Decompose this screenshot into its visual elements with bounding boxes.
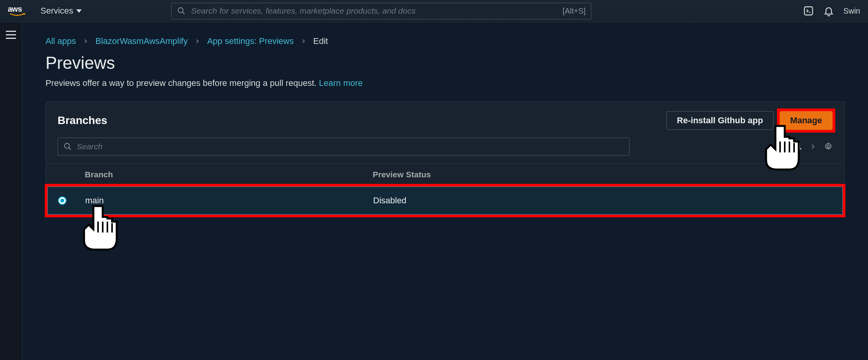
- global-search-wrap: [Alt+S]: [171, 3, 591, 19]
- reinstall-github-app-button[interactable]: Re-install Github app: [666, 111, 773, 130]
- global-topbar: aws Services [Alt+S]: [0, 0, 868, 22]
- notifications-button[interactable]: [823, 5, 834, 16]
- main-content: All apps BlazorWasmAwsAmplify App settin…: [22, 22, 868, 360]
- panel-title: Branches: [58, 114, 107, 127]
- svg-point-9: [65, 143, 70, 149]
- side-nav-collapsed: [0, 22, 22, 360]
- chevron-right-icon: [195, 38, 200, 44]
- branches-panel: Branches Re-install Github app Manage: [46, 101, 845, 217]
- search-icon: [177, 7, 186, 15]
- page-desc-text: Previews offer a way to preview changes …: [46, 78, 319, 88]
- branches-filter-input[interactable]: [77, 142, 624, 151]
- search-icon: [63, 142, 72, 151]
- page-title: Previews: [46, 53, 845, 73]
- cloudshell-icon: [803, 5, 814, 16]
- search-shortcut-hint: [Alt+S]: [563, 7, 586, 16]
- learn-more-link[interactable]: Learn more: [319, 78, 363, 88]
- breadcrumb: All apps BlazorWasmAwsAmplify App settin…: [46, 36, 845, 46]
- svg-point-1: [178, 8, 183, 13]
- breadcrumb-current: Edit: [313, 36, 328, 46]
- svg-line-2: [182, 12, 185, 14]
- cursor-pointer-icon: [760, 121, 807, 176]
- row-branch-cell: main: [85, 196, 373, 206]
- expand-nav-button[interactable]: [6, 31, 16, 39]
- services-label: Services: [40, 6, 73, 16]
- services-menu-button[interactable]: Services: [40, 6, 82, 16]
- chevron-right-icon: [83, 38, 88, 44]
- chevron-right-icon: [809, 143, 816, 150]
- panel-header: Branches Re-install Github app Manage: [46, 102, 844, 138]
- branches-filter[interactable]: [58, 138, 630, 156]
- aws-logo-icon: aws: [8, 5, 29, 17]
- account-name[interactable]: Swin: [843, 7, 860, 16]
- row-status-cell: Disabled: [373, 196, 832, 206]
- panel-actions: Re-install Github app Manage: [666, 111, 833, 130]
- row-select-radio[interactable]: [58, 196, 67, 205]
- next-page-button[interactable]: [809, 143, 816, 150]
- svg-point-11: [827, 145, 829, 148]
- gear-icon: [824, 142, 833, 151]
- table-header-branch[interactable]: Branch: [85, 170, 373, 179]
- cursor-pointer-icon: [78, 201, 125, 256]
- bell-icon: [823, 5, 834, 16]
- global-search[interactable]: [Alt+S]: [171, 3, 591, 19]
- svg-text:aws: aws: [8, 5, 22, 13]
- panel-toolbar: 1: [46, 138, 844, 163]
- topbar-right: Swin: [803, 5, 860, 16]
- caret-down-icon: [76, 9, 82, 13]
- table-header-row: Branch Preview Status: [46, 163, 844, 186]
- aws-logo[interactable]: aws: [8, 5, 29, 17]
- breadcrumb-app-settings-previews[interactable]: App settings: Previews: [207, 36, 294, 46]
- breadcrumb-app-name[interactable]: BlazorWasmAwsAmplify: [95, 36, 188, 46]
- cloudshell-button[interactable]: [803, 5, 814, 16]
- table-settings-button[interactable]: [824, 142, 833, 151]
- page-description: Previews offer a way to preview changes …: [46, 78, 845, 88]
- breadcrumb-all-apps[interactable]: All apps: [46, 36, 76, 46]
- chevron-right-icon: [301, 38, 306, 44]
- global-search-input[interactable]: [191, 6, 557, 16]
- row-highlight: main Disabled: [47, 187, 843, 215]
- table-row[interactable]: main Disabled: [47, 187, 843, 215]
- table-header-select: [58, 170, 85, 179]
- svg-line-10: [69, 148, 71, 150]
